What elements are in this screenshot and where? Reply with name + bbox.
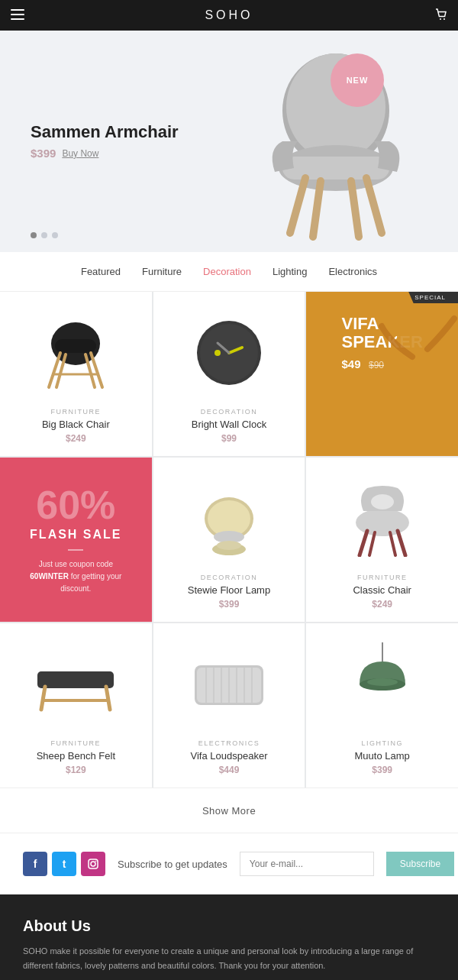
svg-point-32 [371,494,394,509]
newsletter-label: Subscribe to get updates [118,859,227,870]
product-price: $99 [221,433,237,444]
svg-point-52 [367,678,398,686]
flash-divider [68,549,83,551]
svg-point-30 [217,541,241,550]
product-name: Classic Chair [353,584,411,596]
hero-dot-2[interactable] [41,232,47,238]
subscribe-button[interactable]: Subscribe [386,852,454,876]
svg-rect-0 [11,9,24,11]
newsletter-section: f t Subscribe to get updates Subscribe [0,833,458,894]
product-image-bench [12,639,140,730]
svg-line-38 [41,687,45,710]
flash-sale-card: 60% FLASH SALE Just use coupon code 60WI… [0,458,152,622]
footer: About Us SOHO make it possible for every… [0,894,458,980]
svg-rect-1 [11,14,24,15]
product-vifa-loudspeaker[interactable]: ELECTRONICS Vifa Loudspeaker $449 [153,623,305,788]
hero-buy-link[interactable]: Buy Now [62,148,98,159]
hero-dot-1[interactable] [31,232,37,238]
svg-line-10 [366,178,382,233]
svg-rect-8 [282,157,389,180]
product-price: $249 [372,599,392,610]
svg-line-33 [360,531,367,555]
product-name: Stewie Floor Lamp [188,584,270,596]
svg-point-54 [91,862,95,866]
nav-featured[interactable]: Featured [81,266,121,277]
svg-rect-37 [37,671,114,688]
product-category-label: FURNITURE [357,574,408,581]
email-input[interactable] [240,852,374,876]
special-badge: SPECIAL [408,292,458,303]
social-icons: f t [23,852,105,876]
hero-section: Sammen Armchair $399 Buy Now NEW [0,31,458,252]
instagram-icon[interactable] [81,852,105,876]
hero-image: NEW [229,38,443,252]
nav-decoration[interactable]: Decoration [203,266,251,277]
product-category-label: FURNITURE [51,739,102,747]
flash-percent: 60% [36,485,115,525]
product-category-label: FURNITURE [51,408,102,416]
product-image-loudspeaker [166,639,293,730]
product-name: Muuto Lamp [355,750,410,762]
site-logo: SOHO [205,8,253,22]
menu-icon[interactable] [11,9,24,22]
product-category-label: DECORATION [201,408,257,416]
svg-line-9 [290,178,305,233]
product-price: $399 [219,599,240,610]
show-more-row: Show More [0,788,458,833]
facebook-icon[interactable]: f [23,852,47,876]
svg-line-36 [390,532,395,555]
product-name: Vifa Loudspeaker [191,750,268,762]
svg-rect-53 [89,859,98,868]
svg-point-31 [356,509,409,536]
product-price: $129 [66,765,86,775]
category-nav: Featured Furniture Decoration Lighting E… [0,252,458,292]
products-grid: FURNITURE Big Black Chair $249 DECORATIO… [0,292,458,788]
product-image-clock [166,307,293,399]
product-image-lamp [166,473,293,564]
product-muuto-lamp[interactable]: LIGHTING Muuto Lamp $399 [306,623,458,788]
product-image-muuto [318,639,446,730]
svg-point-4 [443,18,445,20]
hero-title: Sammen Armchair [31,122,179,142]
svg-line-34 [398,531,405,555]
hero-dot-3[interactable] [52,232,58,238]
product-big-black-chair[interactable]: FURNITURE Big Black Chair $249 [0,292,152,456]
svg-line-39 [106,687,110,710]
product-classic-chair[interactable]: FURNITURE Classic Chair $249 [306,458,458,622]
product-stewie-floor-lamp[interactable]: DECORATION Stewie Floor Lamp $399 [153,458,305,622]
flash-description: Just use coupon code 60WINTER for gettin… [30,558,121,595]
product-vifa-speaker-special[interactable]: SPECIAL VIFASPEAKER $49 $90 [306,292,458,456]
hero-price: $399 [31,147,56,160]
product-sheep-bench-felt[interactable]: FURNITURE Sheep Bench Felt $129 [0,623,152,788]
flash-title: FLASH SALE [30,528,121,542]
product-bright-wall-clock[interactable]: DECORATION Bright Wall Clock $99 [153,292,305,456]
svg-line-12 [351,181,359,237]
products-section: FURNITURE Big Black Chair $249 DECORATIO… [0,292,458,833]
hero-dots [31,232,58,238]
product-image-classic-chair [318,473,446,564]
product-category-label: LIGHTING [361,739,403,747]
svg-line-11 [313,181,321,237]
nav-lighting[interactable]: Lighting [273,266,308,277]
show-more-button[interactable]: Show More [202,805,256,817]
product-image-big-black-chair [12,307,140,399]
product-price: $449 [219,765,240,775]
product-price: $249 [66,433,86,444]
svg-point-55 [95,861,97,862]
svg-point-3 [440,18,441,20]
new-badge: NEW [331,53,384,107]
svg-point-24 [214,350,221,356]
svg-rect-2 [11,18,24,20]
product-name: Bright Wall Clock [192,419,266,430]
cart-icon[interactable] [435,8,447,23]
product-price: $399 [372,765,392,775]
header: SOHO [0,0,458,31]
footer-about-title: About Us [23,917,435,935]
product-category-label: DECORATION [201,574,257,581]
nav-electronics[interactable]: Electronics [328,266,377,277]
product-name: Sheep Bench Felt [37,750,115,762]
nav-furniture[interactable]: Furniture [142,266,182,277]
twitter-icon[interactable]: t [52,852,76,876]
hero-text-area: Sammen Armchair $399 Buy Now [0,122,179,160]
svg-rect-14 [55,339,96,353]
